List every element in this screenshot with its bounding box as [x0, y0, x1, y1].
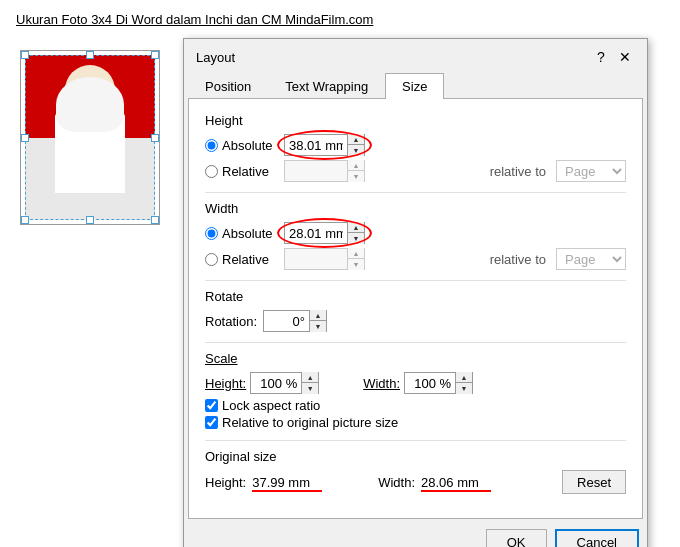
height-width-divider — [205, 192, 626, 193]
width-rel-increment-button: ▲ — [348, 248, 364, 259]
height-absolute-row: Absolute ▲ ▼ — [205, 134, 626, 156]
height-decrement-button[interactable]: ▼ — [348, 145, 364, 156]
scale-height-label: Height: — [205, 376, 246, 391]
width-absolute-row: Absolute ▲ ▼ — [205, 222, 626, 244]
width-relative-input — [285, 249, 347, 269]
original-height-label: Height: — [205, 475, 246, 490]
scale-height-input[interactable] — [251, 373, 301, 393]
close-icon[interactable]: ✕ — [615, 47, 635, 67]
tab-size[interactable]: Size — [385, 73, 444, 99]
height-relative-spinbox: ▲ ▼ — [284, 160, 365, 182]
height-section: Height Absolute ▲ ▼ Relative — [205, 113, 626, 182]
width-relative-to-dropdown: Page — [556, 248, 626, 270]
height-absolute-input[interactable] — [285, 135, 347, 155]
width-relative-spinbox: ▲ ▼ — [284, 248, 365, 270]
ok-button[interactable]: OK — [486, 529, 547, 547]
width-decrement-button[interactable]: ▼ — [348, 233, 364, 244]
width-section: Width Absolute ▲ ▼ Relative — [205, 201, 626, 270]
dialog-title: Layout — [196, 50, 235, 65]
rotation-decrement-button[interactable]: ▼ — [310, 321, 326, 332]
handle-bottom-center[interactable] — [86, 216, 94, 224]
height-relative-row: Relative ▲ ▼ relative to Page — [205, 160, 626, 182]
height-spinbox-buttons: ▲ ▼ — [347, 134, 364, 156]
width-rotate-divider — [205, 280, 626, 281]
width-absolute-label: Absolute — [222, 226, 280, 241]
height-absolute-label: Absolute — [222, 138, 280, 153]
height-increment-button[interactable]: ▲ — [348, 134, 364, 145]
handle-bottom-right[interactable] — [151, 216, 159, 224]
layout-dialog: Layout ? ✕ Position Text Wrapping Size H… — [183, 38, 648, 547]
width-label: Width — [205, 201, 626, 216]
dialog-controls: ? ✕ — [591, 47, 635, 67]
width-absolute-radio[interactable] — [205, 227, 218, 240]
width-relative-radio[interactable] — [205, 253, 218, 266]
rotate-section: Rotate Rotation: ▲ ▼ — [205, 289, 626, 332]
original-width-value: 28.06 mm — [421, 475, 491, 490]
height-relative-to-label: relative to — [490, 164, 546, 179]
width-increment-button[interactable]: ▲ — [348, 222, 364, 233]
lock-aspect-label: Lock aspect ratio — [222, 398, 320, 413]
help-icon[interactable]: ? — [591, 47, 611, 67]
height-label: Height — [205, 113, 626, 128]
height-absolute-spinbox: ▲ ▼ — [284, 134, 365, 156]
width-relative-label: Relative — [222, 252, 280, 267]
original-width-label: Width: — [378, 475, 415, 490]
tab-position[interactable]: Position — [188, 73, 268, 99]
relative-original-checkbox[interactable] — [205, 416, 218, 429]
scale-width-spinbox: ▲ ▼ — [404, 372, 473, 394]
handle-bottom-left[interactable] — [21, 216, 29, 224]
rotation-spinbox: ▲ ▼ — [263, 310, 327, 332]
relative-original-row: Relative to original picture size — [205, 415, 626, 430]
height-relative-radio[interactable] — [205, 165, 218, 178]
photo-selection-border — [25, 55, 155, 220]
original-size-label: Original size — [205, 449, 626, 464]
scale-width-decrement[interactable]: ▼ — [456, 383, 472, 394]
rotation-increment-button[interactable]: ▲ — [310, 310, 326, 321]
height-absolute-radio[interactable] — [205, 139, 218, 152]
width-spinbox-buttons: ▲ ▼ — [347, 222, 364, 244]
rotation-label: Rotation: — [205, 314, 257, 329]
handle-top-center[interactable] — [86, 51, 94, 59]
original-height-value: 37.99 mm — [252, 475, 322, 490]
height-rel-increment-button: ▲ — [348, 160, 364, 171]
width-relative-row: Relative ▲ ▼ relative to Page — [205, 248, 626, 270]
original-size-section: Original size Height: 37.99 mm Width: 28… — [205, 449, 626, 494]
width-rel-decrement-button: ▼ — [348, 259, 364, 270]
lock-aspect-row: Lock aspect ratio — [205, 398, 626, 413]
dialog-footer: OK Cancel — [184, 523, 647, 547]
scale-height-increment[interactable]: ▲ — [302, 372, 318, 383]
scale-section: Scale Height: ▲ ▼ Width: ▲ ▼ — [205, 351, 626, 430]
width-relative-to-label: relative to — [490, 252, 546, 267]
tab-text-wrapping[interactable]: Text Wrapping — [268, 73, 385, 99]
width-absolute-input[interactable] — [285, 223, 347, 243]
handle-top-right[interactable] — [151, 51, 159, 59]
scale-width-increment[interactable]: ▲ — [456, 372, 472, 383]
lock-aspect-checkbox[interactable] — [205, 399, 218, 412]
scale-width-input[interactable] — [405, 373, 455, 393]
rotation-input[interactable] — [264, 311, 309, 331]
rotate-scale-divider — [205, 342, 626, 343]
rotate-row: Rotation: ▲ ▼ — [205, 310, 626, 332]
cancel-button[interactable]: Cancel — [555, 529, 639, 547]
reset-button[interactable]: Reset — [562, 470, 626, 494]
width-relative-buttons: ▲ ▼ — [347, 248, 364, 270]
scale-height-decrement[interactable]: ▼ — [302, 383, 318, 394]
handle-middle-right[interactable] — [151, 134, 159, 142]
page-title-link[interactable]: Ukuran Foto 3x4 Di Word dalam Inchi dan … — [16, 12, 373, 27]
tab-bar: Position Text Wrapping Size — [188, 73, 643, 99]
width-absolute-spinbox: ▲ ▼ — [284, 222, 365, 244]
height-relative-buttons: ▲ ▼ — [347, 160, 364, 182]
rotation-buttons: ▲ ▼ — [309, 310, 326, 332]
relative-original-label: Relative to original picture size — [222, 415, 398, 430]
handle-top-left[interactable] — [21, 51, 29, 59]
dialog-content: Height Absolute ▲ ▼ Relative — [188, 99, 643, 519]
scale-original-divider — [205, 440, 626, 441]
handle-middle-left[interactable] — [21, 134, 29, 142]
scale-height-buttons: ▲ ▼ — [301, 372, 318, 394]
photo-container — [20, 50, 160, 225]
photo-image — [25, 55, 155, 220]
scale-width-label: Width: — [363, 376, 400, 391]
scale-width-buttons: ▲ ▼ — [455, 372, 472, 394]
height-rel-decrement-button: ▼ — [348, 171, 364, 182]
original-values-row: Height: 37.99 mm Width: 28.06 mm Reset — [205, 470, 626, 494]
